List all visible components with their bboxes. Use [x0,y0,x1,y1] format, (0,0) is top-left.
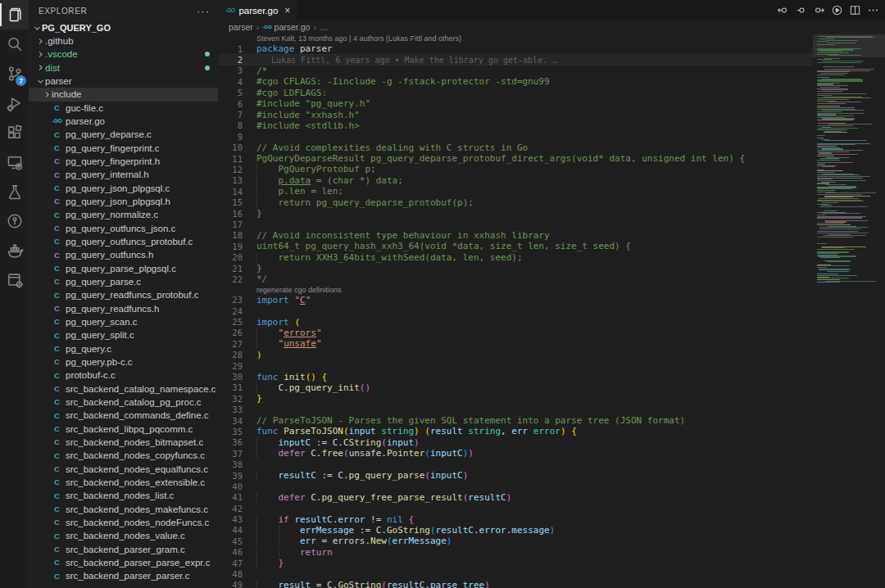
extensions-icon[interactable] [0,118,29,147]
tree-file-pg-query-c[interactable]: Cpg_query.c [29,342,218,355]
code-line-37: 37 defer C.free(unsafe.Pointer(inputC)) [218,448,813,459]
line-number: 3 [218,66,243,75]
c-file-icon: C [52,345,62,353]
split-editor-icon[interactable] [847,3,862,18]
line-number: 5 [218,88,243,97]
tree-folder-parser[interactable]: parser [29,75,218,88]
minimap-line [822,213,860,214]
code-line-27: 27 "unsafe" [218,338,813,349]
tree-file-src-backend-commands-define-c[interactable]: Csrc_backend_commands_define.c [29,409,218,422]
c-file-icon: C [52,438,62,446]
tree-folder--github[interactable]: .github [29,34,218,47]
tree-item-label: guc-file.c [66,103,103,113]
tree-file-src-backend-parser-parser-c[interactable]: Csrc_backend_parser_parser.c [29,569,218,582]
line-number: 25 [218,317,243,327]
tree-file-pg-query-json-plpgsql-c[interactable]: Cpg_query_json_plpgsql.c [29,182,218,195]
tree-folder-dist[interactable]: dist [29,61,218,75]
minimap-line [817,217,862,218]
more-actions-icon[interactable] [865,3,880,18]
tree-file-pg-query-internal-h[interactable]: Cpg_query_internal.h [29,168,218,181]
docker-icon[interactable] [0,236,29,265]
minimap[interactable] [813,34,885,287]
code-line-4: 4#cgo CFLAGS: -Iinclude -g -fstack-prote… [218,76,813,87]
tree-file-src-backend-parser-parse-expr-c[interactable]: Csrc_backend_parser_parse_expr.c [29,556,218,569]
testing-icon[interactable] [0,177,29,206]
tree-file-parser-go[interactable]: GOparser.go [29,115,218,128]
tree-file-src-backend-nodes-nodefuncs-c[interactable]: Csrc_backend_nodes_nodeFuncs.c [29,516,218,529]
tree-file-src-backend-nodes-bitmapset-c[interactable]: Csrc_backend_nodes_bitmapset.c [29,436,218,449]
minimap-line [817,62,862,63]
codelens-text[interactable]: Steven Kalt, 13 months ago | 4 authors (… [256,34,461,43]
tree-file-src-backend-parser-gram-c[interactable]: Csrc_backend_parser_gram.c [29,542,218,555]
tree-file-pg-query-fingerprint-c[interactable]: Cpg_query_fingerprint.c [29,142,218,155]
breadcrumb-item[interactable]: GOparser.go [262,22,310,32]
tree-item-label: pg_query_deparse.c [66,129,152,139]
tree-file-src-backend-nodes-copyfuncs-c[interactable]: Csrc_backend_nodes_copyfuncs.c [29,449,218,462]
next-change-icon[interactable] [811,3,826,18]
workspace-root-folder[interactable]: PG_QUERY_GO [29,21,218,34]
code-line-31: 31 C.pg_query_init() [218,382,813,393]
tree-item-label: src_backend_nodes_bitmapset.c [66,437,203,447]
minimap-line [817,279,840,280]
tree-file-src-backend-nodes-equalfuncs-c[interactable]: Csrc_backend_nodes_equalfuncs.c [29,463,218,476]
git-history-icon[interactable] [0,206,29,236]
minimap-line [820,73,848,74]
c-file-icon: C [52,305,62,313]
run-icon[interactable] [829,3,844,18]
tree-file-src-backend-nodes-makefuncs-c[interactable]: Csrc_backend_nodes_makefuncs.c [29,502,218,515]
source-control-icon[interactable]: 7 [0,59,29,88]
minimap-line [817,249,855,250]
tree-file-pg-query-normalize-c[interactable]: Cpg_query_normalize.c [29,208,218,221]
search-icon[interactable] [0,29,29,59]
previous-change-icon[interactable] [775,3,790,18]
tree-file-pg-query-pb-c-c[interactable]: Cpg_query.pb-c.c [29,355,218,369]
tree-file-pg-query-scan-c[interactable]: Cpg_query_scan.c [29,315,218,328]
workspace-settings-icon[interactable] [0,265,29,295]
tree-file-pg-query-outfuncs-protobuf-c[interactable]: Cpg_query_outfuncs_protobuf.c [29,235,218,248]
tab-parser-go[interactable]: GO parser.go × [218,0,297,20]
code-area[interactable]: Steven Kalt, 13 months ago | 4 authors (… [218,34,813,588]
tree-file-pg-query-outfuncs-h[interactable]: Cpg_query_outfuncs.h [29,248,218,261]
tree-file-src-backend-nodes-list-c[interactable]: Csrc_backend_nodes_list.c [29,489,218,502]
breadcrumb-separator: › [256,22,260,32]
open-change-icon[interactable] [793,3,808,18]
code-line-44: 44 errMessage := C.GoString(resultC.erro… [218,525,813,536]
tree-file-src-backend-libpq-pqcomm-c[interactable]: Csrc_backend_libpq_pqcomm.c [29,423,218,436]
tree-file-src-backend-nodes-value-c[interactable]: Csrc_backend_nodes_value.c [29,529,218,542]
sidebar-more-actions-button[interactable]: ··· [197,5,210,17]
tree-item-label: pg_query_parse_plpgsql.c [66,264,176,274]
explorer-icon[interactable] [0,0,29,29]
tree-file-pg-query-readfuncs-protobuf-c[interactable]: Cpg_query_readfuncs_protobuf.c [29,288,218,301]
tree-file-protobuf-c-c[interactable]: Cprotobuf-c.c [29,369,218,382]
tree-file-pg-query-readfuncs-h[interactable]: Cpg_query_readfuncs.h [29,302,218,315]
tree-file-pg-query-split-c[interactable]: Cpg_query_split.c [29,328,218,341]
breadcrumb-item[interactable]: parser [229,22,253,32]
tree-file-src-backend-catalog-pg-proc-c[interactable]: Csrc_backend_catalog_pg_proc.c [29,396,218,409]
c-file-icon: C [52,197,62,206]
tree-file-pg-query-json-plpgsql-h[interactable]: Cpg_query_json_plpgsql.h [29,195,218,208]
line-number: 33 [218,405,243,414]
tree-file-pg-query-outfuncs-json-c[interactable]: Cpg_query_outfuncs_json.c [29,222,218,235]
tree-file-src-backend-nodes-extensible-c[interactable]: Csrc_backend_nodes_extensible.c [29,476,218,489]
code-line-29: 29 [218,360,813,371]
tree-folder--vscode[interactable]: .vscode [29,47,218,61]
tree-file-guc-file-c[interactable]: Cguc-file.c [29,102,218,115]
tree-file-pg-query-fingerprint-h[interactable]: Cpg_query_fingerprint.h [29,155,218,168]
tree-item-label: src_backend_libpq_pqcomm.c [66,424,193,434]
code-line-40: 40 [218,481,813,491]
tree-file-src-backend-catalog-namespace-c[interactable]: Csrc_backend_catalog_namespace.c [29,382,218,396]
minimap-line [817,194,862,195]
tree-folder-include[interactable]: include [29,88,218,101]
line-number: 34 [218,416,243,426]
tree-file-pg-query-parse-plpgsql-c[interactable]: Cpg_query_parse_plpgsql.c [29,262,218,275]
minimap-line [817,91,843,92]
remote-explorer-icon[interactable] [0,147,29,177]
tree-item-label: pg_query.pb-c.c [66,357,133,367]
close-tab-icon[interactable]: × [284,6,290,16]
codelens-text[interactable]: regenerate cgo definitions [256,286,342,294]
code-line-13: 13 p.data = (char *) data; [218,175,813,186]
tree-file-pg-query-deparse-c[interactable]: Cpg_query_deparse.c [29,128,218,141]
run-debug-icon[interactable] [0,88,29,118]
breadcrumb-item[interactable]: … [320,22,329,32]
tree-file-pg-query-parse-c[interactable]: Cpg_query_parse.c [29,275,218,288]
